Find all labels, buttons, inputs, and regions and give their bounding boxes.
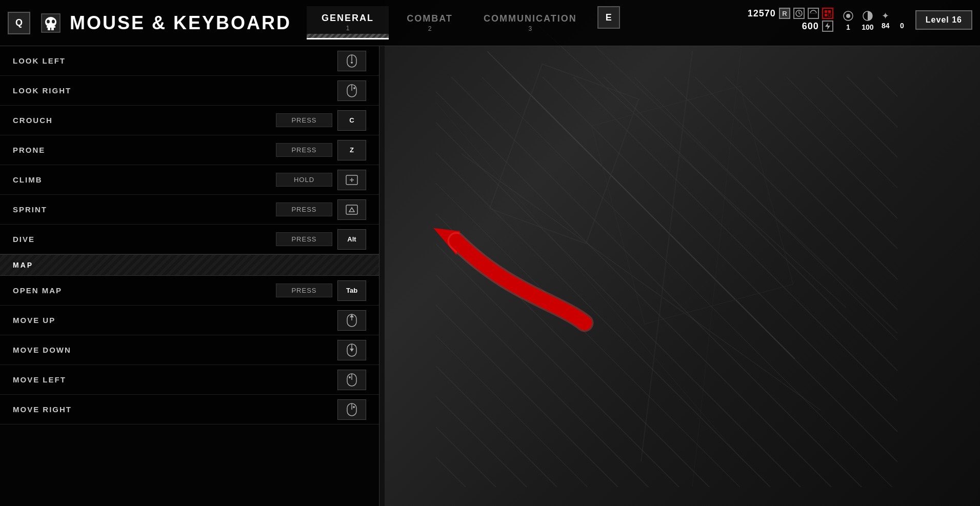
binding-move-left-key[interactable] (337, 370, 366, 390)
tab-combat[interactable]: COMBAT 2 (389, 6, 471, 39)
binding-move-up-key[interactable] (337, 310, 366, 331)
binding-open-map-name: OPEN MAP (13, 286, 276, 295)
binding-crouch-mode[interactable]: PRESS (276, 113, 332, 127)
binding-move-left[interactable]: MOVE LEFT (0, 365, 379, 395)
binding-climb-name: CLIMB (13, 175, 276, 184)
e-label: E (606, 12, 612, 23)
svg-point-52 (353, 406, 355, 408)
e-button[interactable]: E (597, 6, 620, 29)
svg-point-32 (351, 62, 353, 64)
binding-move-up-name: MOVE UP (13, 316, 337, 325)
tab-general-label: GENERAL (322, 13, 374, 24)
binding-crouch[interactable]: CROUCH PRESS C (0, 106, 379, 135)
hud-stat2-val: 100 (862, 23, 873, 31)
hud-resources: 12570 R 600 (748, 8, 833, 32)
binding-crouch-name: CROUCH (13, 116, 276, 125)
hud-stat3-val: 84 (882, 22, 890, 30)
binding-dive-mode[interactable]: PRESS (276, 232, 332, 246)
hud-lightning-icon (822, 21, 833, 32)
svg-rect-21 (828, 10, 831, 13)
binding-look-right-name: LOOK RIGHT (13, 86, 337, 95)
binding-dive[interactable]: DIVE PRESS Alt (0, 225, 379, 254)
binding-look-right-key[interactable] (337, 80, 366, 101)
hud-stat-4: 0 (896, 10, 908, 30)
binding-sprint-mode[interactable]: PRESS (276, 203, 332, 216)
binding-sprint-name: SPRINT (13, 205, 276, 214)
svg-rect-39 (346, 205, 357, 214)
svg-rect-19 (810, 13, 816, 14)
binding-open-map-key[interactable]: Tab (337, 280, 366, 301)
right-panel (379, 46, 980, 506)
hud-stat-2: 100 (861, 9, 875, 31)
binding-move-down[interactable]: MOVE DOWN (0, 335, 379, 365)
arrow-annotation (405, 200, 600, 343)
svg-point-11 (47, 19, 50, 23)
tab-communication-label: COMMUNICATION (484, 13, 577, 24)
svg-line-18 (799, 13, 801, 14)
svg-rect-22 (825, 14, 827, 16)
hud-stat1-val: 1 (846, 23, 850, 31)
binding-prone[interactable]: PRONE PRESS Z (0, 135, 379, 165)
tab-combat-number: 2 (428, 25, 432, 32)
binding-move-right[interactable]: MOVE RIGHT (0, 395, 379, 424)
hud-top-right: 12570 R 600 (748, 8, 972, 32)
binding-climb-mode[interactable]: HOLD (276, 173, 332, 187)
binding-look-right[interactable]: LOOK RIGHT (0, 76, 379, 106)
level-badge: Level 16 (915, 10, 972, 30)
main-content: LOOK LEFT LOOK RIGHT CROUC (0, 46, 980, 506)
hud-value-1: 12570 (748, 8, 776, 19)
binding-look-left-name: LOOK LEFT (13, 56, 337, 65)
svg-marker-46 (350, 349, 354, 352)
hud-clock-icon (793, 8, 805, 19)
hud-stat4-val: 0 (900, 22, 904, 30)
binding-prone-mode[interactable]: PRESS (276, 143, 332, 157)
tab-communication[interactable]: COMMUNICATION 3 (471, 6, 590, 39)
hud-stat4-icon (896, 10, 908, 22)
binding-move-right-key[interactable] (337, 399, 366, 420)
tab-underline (307, 34, 389, 38)
hud-resource-row-2: 600 (802, 21, 833, 32)
section-header-map: MAP (0, 254, 379, 276)
binding-climb[interactable]: CLIMB HOLD (0, 165, 379, 195)
header: Q MOUSE & KEYBOARD GENERAL 1 COMBAT 2 (0, 0, 980, 46)
hud-stats: 1 100 ✦ 84 0 (841, 9, 908, 31)
svg-rect-20 (825, 10, 827, 13)
hud-stat-1: 1 (841, 9, 855, 31)
binding-look-left-key[interactable] (337, 51, 366, 71)
binding-dive-key[interactable]: Alt (337, 229, 366, 250)
binding-sprint[interactable]: SPRINT PRESS (0, 195, 379, 225)
hud-stat3-icon: ✦ (880, 10, 891, 22)
binding-climb-key[interactable] (337, 170, 366, 190)
hud-half-circle-icon (808, 8, 819, 19)
binding-crouch-key[interactable]: C (337, 110, 366, 131)
binding-move-down-name: MOVE DOWN (13, 346, 337, 354)
section-map-title: MAP (13, 261, 33, 269)
binding-dive-name: DIVE (13, 235, 276, 244)
svg-rect-15 (47, 26, 55, 28)
binding-sprint-key[interactable] (337, 199, 366, 220)
binding-look-left[interactable]: LOOK LEFT (0, 46, 379, 76)
svg-point-26 (846, 14, 850, 18)
hud-red-icon (822, 8, 833, 19)
svg-point-35 (353, 87, 355, 89)
skull-icon (38, 10, 64, 36)
svg-point-12 (52, 19, 55, 23)
keybindings-panel[interactable]: LOOK LEFT LOOK RIGHT CROUC (0, 46, 379, 506)
hud-r-icon: R (779, 8, 790, 19)
svg-marker-40 (349, 208, 354, 212)
hud-stat1-icon (841, 9, 855, 23)
binding-prone-name: PRONE (13, 146, 276, 154)
binding-move-up[interactable]: MOVE UP (0, 306, 379, 335)
binding-open-map-mode[interactable]: PRESS (276, 284, 332, 297)
q-button[interactable]: Q (8, 12, 30, 34)
binding-prone-key[interactable]: Z (337, 140, 366, 160)
tab-communication-number: 3 (529, 25, 532, 32)
q-label: Q (15, 17, 23, 28)
svg-rect-23 (828, 14, 831, 16)
r-icon-label: R (782, 10, 787, 17)
binding-open-map[interactable]: OPEN MAP PRESS Tab (0, 276, 379, 306)
hud-stat2-icon (861, 9, 875, 23)
page-title: MOUSE & KEYBOARD (70, 12, 291, 34)
tab-general[interactable]: GENERAL 1 (307, 6, 389, 39)
binding-move-down-key[interactable] (337, 340, 366, 360)
